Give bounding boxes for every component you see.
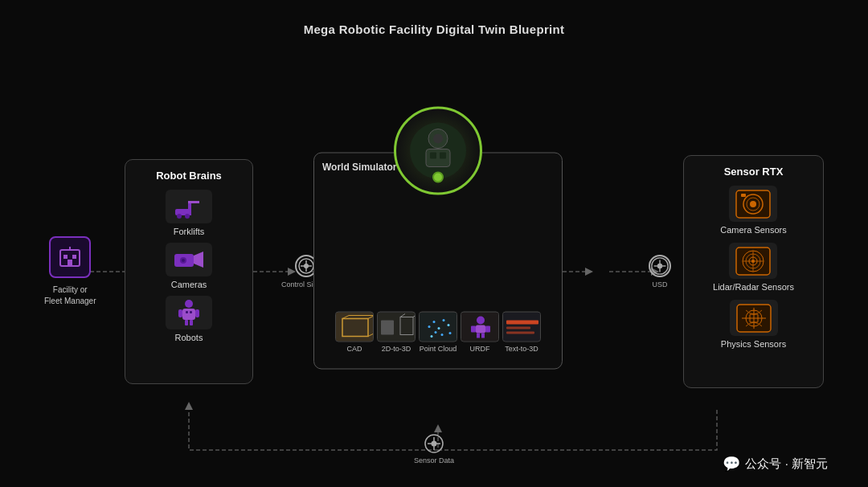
robot-circle [394,107,482,195]
svg-rect-86 [741,194,746,197]
robot-green-dot [432,172,444,183]
svg-point-58 [428,325,431,328]
svg-point-42 [433,134,443,144]
svg-rect-30 [178,309,182,317]
svg-point-64 [441,334,444,336]
svg-point-23 [185,214,190,219]
forklift-icon-box [166,190,212,223]
svg-rect-33 [190,320,193,325]
diagram-container: Facility orFleet Manager Robot Brains Fo… [0,56,868,487]
svg-point-39 [304,264,309,268]
urdf-thumb: URDF [461,312,499,353]
svg-rect-32 [185,320,188,325]
sensor-data-icon [424,433,444,454]
svg-rect-57 [420,313,457,342]
svg-rect-69 [476,325,485,334]
robot-items-list: Forklifts Cameras [133,190,244,342]
svg-point-63 [435,331,437,334]
svg-rect-17 [68,260,72,266]
cameras-label: Cameras [171,280,207,289]
sensor-item-physics: Physics Sensors [721,300,786,349]
sensor-rtx-title: Sensor RTX [692,166,815,178]
svg-point-60 [438,327,440,329]
2d-3d-label: 2D-to-3D [382,345,411,353]
lidar-sensors-label: Lidar/Radar Sensors [713,282,794,292]
svg-rect-35 [190,311,192,313]
watermark-text: 公众号 · 新智元 [745,456,828,472]
watermark: 💬 公众号 · 新智元 [723,455,828,473]
lidar-sensor-icon [729,243,777,279]
usd-node: USD [649,255,671,289]
robot-item-forklifts: Forklifts [166,190,212,236]
svg-rect-77 [506,332,534,334]
svg-rect-70 [471,326,476,333]
facility-manager-node: Facility orFleet Manager [44,236,96,307]
camera-icon-box [166,243,212,276]
svg-rect-43 [426,149,450,167]
page-title: Mega Robotic Facility Digital Twin Bluep… [0,0,868,36]
point-cloud-thumb: Point Cloud [419,312,457,353]
svg-point-81 [657,264,662,268]
svg-rect-15 [63,255,68,259]
robots-icon-box [166,296,212,329]
cad-label: CAD [346,345,362,353]
svg-point-61 [443,319,445,321]
sensor-data-label: Sensor Data [414,456,454,464]
sensor-rtx-box: Sensor RTX Camera Sensors [683,155,824,388]
svg-point-22 [177,214,182,219]
svg-rect-31 [195,309,199,317]
svg-rect-34 [186,311,188,313]
svg-point-65 [431,335,433,338]
robot-brains-box: Robot Brains Forklifts [125,159,253,384]
svg-rect-75 [506,321,538,325]
world-simulator-box: World Simulator [313,153,563,370]
svg-rect-73 [481,334,485,338]
usd-icon [649,255,671,277]
wechat-icon: 💬 [723,455,740,473]
svg-point-28 [185,300,193,308]
forklifts-label: Forklifts [174,227,205,236]
cad-thumb: CAD [335,312,374,353]
physics-sensor-icon [730,300,778,336]
svg-rect-76 [506,327,530,329]
svg-point-68 [477,317,485,325]
svg-point-102 [432,441,437,447]
2d-3d-thumb: 2D-to-3D [377,312,416,353]
svg-point-62 [448,324,450,326]
svg-marker-9 [585,268,593,276]
svg-rect-21 [188,201,199,203]
robots-label: Robots [175,333,203,342]
facility-icon [49,236,91,278]
robot-item-robots: Robots [166,296,212,342]
sensor-data-node: Sensor Data [414,433,454,464]
svg-rect-16 [72,255,76,259]
svg-rect-53 [381,321,394,335]
svg-rect-45 [440,153,446,159]
svg-marker-13 [185,402,193,410]
svg-rect-71 [485,326,490,333]
svg-marker-12 [434,424,442,432]
physics-sensors-label: Physics Sensors [721,339,786,349]
urdf-label: URDF [470,345,490,353]
svg-point-66 [449,332,452,334]
svg-point-59 [433,321,436,323]
svg-rect-72 [477,334,480,338]
world-sim-thumbs: CAD 2D-to-3D [322,312,554,353]
svg-marker-25 [194,252,203,268]
camera-sensor-icon [729,186,777,222]
robot-brains-title: Robot Brains [133,170,244,182]
svg-point-85 [750,201,756,207]
text-3d-label: Text-to-3D [505,345,538,353]
camera-sensors-label: Camera Sensors [720,225,787,235]
svg-rect-44 [430,153,436,159]
sensor-item-camera: Camera Sensors [720,186,787,235]
svg-rect-29 [182,309,195,320]
svg-point-27 [182,259,185,262]
text-3d-thumb: Text-to-3D [502,312,541,353]
sensor-item-lidar: Lidar/Radar Sensors [713,243,794,292]
point-cloud-label: Point Cloud [420,345,457,353]
sensor-items-list: Camera Sensors Lidar/Radar Sensors [692,186,815,349]
usd-label: USD [652,280,667,289]
facility-label: Facility orFleet Manager [44,284,96,307]
robot-item-cameras: Cameras [166,243,212,289]
